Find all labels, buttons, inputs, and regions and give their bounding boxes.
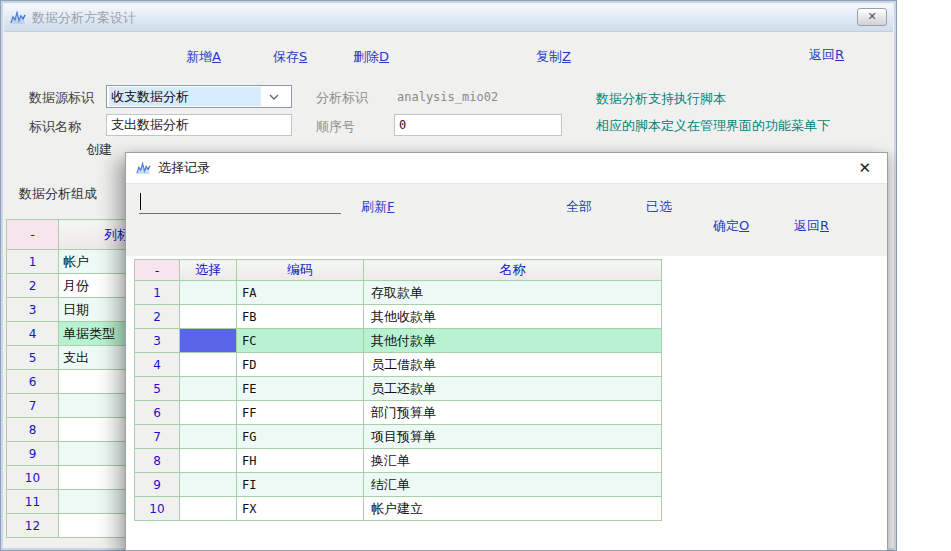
- row-number-cell[interactable]: 4: [135, 353, 180, 377]
- save-button-label: 保存: [273, 49, 299, 64]
- row-number-cell[interactable]: 1: [7, 250, 59, 274]
- row-number-cell[interactable]: 8: [7, 418, 59, 442]
- delete-button[interactable]: 删除D: [353, 48, 389, 66]
- row-number-cell[interactable]: 10: [135, 497, 180, 521]
- row-number-cell[interactable]: 1: [135, 281, 180, 305]
- select-cell[interactable]: [180, 281, 237, 305]
- script-note-line2: 相应的脚本定义在管理界面的功能菜单下: [596, 117, 830, 135]
- row-number-cell[interactable]: 8: [135, 449, 180, 473]
- row-number-cell[interactable]: 3: [7, 298, 59, 322]
- record-row: 7FG项目预算单: [135, 425, 662, 449]
- select-cell[interactable]: [180, 305, 237, 329]
- all-button[interactable]: 全部: [566, 198, 592, 216]
- row-number-cell[interactable]: 11: [7, 490, 59, 514]
- back-button[interactable]: 返回R: [809, 46, 844, 64]
- selected-button[interactable]: 已选: [646, 198, 672, 216]
- code-cell[interactable]: FB: [237, 305, 364, 329]
- new-button[interactable]: 新增A: [186, 48, 221, 66]
- code-cell[interactable]: FE: [237, 377, 364, 401]
- code-cell[interactable]: FA: [237, 281, 364, 305]
- save-button[interactable]: 保存S: [273, 48, 307, 66]
- delete-button-label: 删除: [353, 49, 379, 64]
- window-close-icon[interactable]: ✕: [857, 8, 887, 26]
- record-row: 1FA存取款单: [135, 281, 662, 305]
- create-button-partial[interactable]: 创建: [86, 141, 112, 159]
- code-cell[interactable]: FG: [237, 425, 364, 449]
- dialog-back-button-label: 返回: [794, 218, 820, 233]
- select-cell[interactable]: [180, 473, 237, 497]
- select-column-header: 选择: [180, 260, 237, 281]
- row-number-cell[interactable]: 12: [7, 514, 59, 538]
- dialog-close-icon[interactable]: ✕: [858, 159, 871, 177]
- name-cell[interactable]: 结汇单: [364, 473, 662, 497]
- select-cell[interactable]: [180, 377, 237, 401]
- refresh-button-hotkey: F: [387, 199, 394, 214]
- select-cell[interactable]: [180, 401, 237, 425]
- row-number-cell[interactable]: 2: [7, 274, 59, 298]
- record-row-selected: 3FC其他付款单: [135, 329, 662, 353]
- name-cell[interactable]: 项目预算单: [364, 425, 662, 449]
- name-cell[interactable]: 其他收款单: [364, 305, 662, 329]
- select-cell-active[interactable]: [180, 329, 237, 353]
- dialog-chart-icon: [136, 162, 151, 175]
- window-title: 数据分析方案设计: [32, 9, 136, 27]
- code-cell[interactable]: FD: [237, 353, 364, 377]
- row-number-cell[interactable]: 9: [135, 473, 180, 497]
- row-number-cell[interactable]: 6: [7, 370, 59, 394]
- name-cell[interactable]: 部门预算单: [364, 401, 662, 425]
- row-number-cell[interactable]: 9: [7, 442, 59, 466]
- name-cell[interactable]: 存取款单: [364, 281, 662, 305]
- row-number-cell[interactable]: 7: [7, 394, 59, 418]
- select-cell[interactable]: [180, 353, 237, 377]
- code-cell[interactable]: FI: [237, 473, 364, 497]
- back-button-hotkey: R: [835, 47, 844, 62]
- record-row: 10FX帐户建立: [135, 497, 662, 521]
- row-number-cell[interactable]: 4: [7, 322, 59, 346]
- dialog-back-button[interactable]: 返回R: [794, 217, 829, 235]
- marker-column-header: -: [135, 260, 180, 281]
- sequence-field[interactable]: [394, 114, 562, 136]
- name-cell[interactable]: 员工借款单: [364, 353, 662, 377]
- datasource-dropdown[interactable]: 收支数据分析: [106, 85, 292, 108]
- back-button-label: 返回: [809, 47, 835, 62]
- name-cell[interactable]: 帐户建立: [364, 497, 662, 521]
- row-number-cell[interactable]: 2: [135, 305, 180, 329]
- name-field[interactable]: [106, 114, 292, 136]
- text-caret: [140, 193, 141, 210]
- code-column-header: 编码: [237, 260, 364, 281]
- row-number-cell[interactable]: 5: [135, 377, 180, 401]
- sequence-label: 顺序号: [316, 118, 355, 136]
- row-number-cell[interactable]: 10: [7, 466, 59, 490]
- name-cell[interactable]: 换汇单: [364, 449, 662, 473]
- save-button-hotkey: S: [299, 49, 307, 64]
- dialog-toolbar: 刷新F 全部 已选 确定O 返回R: [126, 183, 887, 256]
- records-table-header: - 选择 编码 名称: [135, 260, 662, 281]
- name-cell[interactable]: 员工还款单: [364, 377, 662, 401]
- select-cell[interactable]: [180, 425, 237, 449]
- select-record-dialog: 选择记录 ✕ 刷新F 全部 已选 确定O 返回R: [125, 152, 888, 551]
- filter-input[interactable]: [139, 188, 341, 214]
- code-cell[interactable]: FH: [237, 449, 364, 473]
- row-number-cell[interactable]: 5: [7, 346, 59, 370]
- code-cell[interactable]: FF: [237, 401, 364, 425]
- select-cell[interactable]: [180, 449, 237, 473]
- select-cell[interactable]: [180, 497, 237, 521]
- script-note-line1: 数据分析支持执行脚本: [596, 90, 726, 108]
- name-cell[interactable]: 其他付款单: [364, 329, 662, 353]
- delete-button-hotkey: D: [379, 49, 389, 64]
- row-number-cell[interactable]: 6: [135, 401, 180, 425]
- copy-button-hotkey: Z: [562, 49, 571, 64]
- code-cell[interactable]: FX: [237, 497, 364, 521]
- code-cell[interactable]: FC: [237, 329, 364, 353]
- refresh-button[interactable]: 刷新F: [361, 198, 394, 216]
- new-button-label: 新增: [186, 49, 212, 64]
- dialog-titlebar: 选择记录: [126, 153, 887, 183]
- copy-button[interactable]: 复制Z: [536, 48, 571, 66]
- all-button-label: 全部: [566, 199, 592, 214]
- dialog-back-button-hotkey: R: [820, 218, 829, 233]
- refresh-button-label: 刷新: [361, 199, 387, 214]
- ok-button[interactable]: 确定O: [713, 217, 749, 235]
- row-number-cell[interactable]: 7: [135, 425, 180, 449]
- analysis-id-value: analysis_mio02: [397, 90, 498, 104]
- row-number-cell[interactable]: 3: [135, 329, 180, 353]
